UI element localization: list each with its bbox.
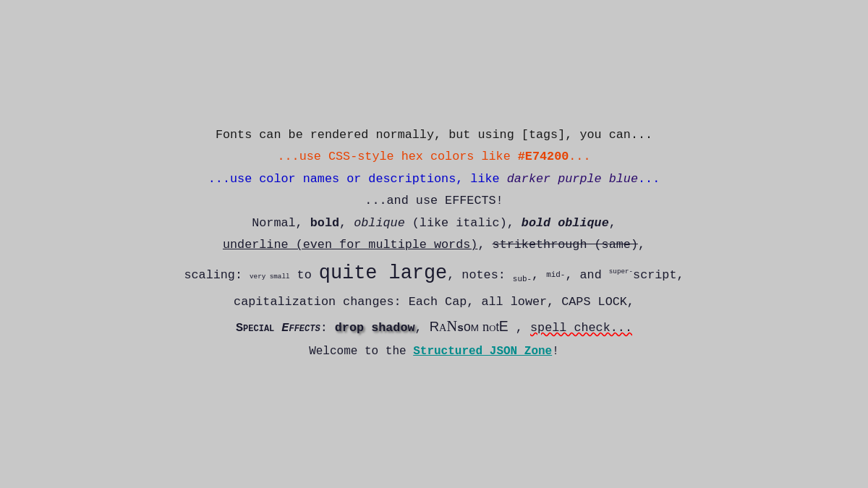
line-8: capitalization changes: Each Cap, all lo… — [184, 292, 684, 313]
line8-text: capitalization changes: Each Cap, all lo… — [234, 295, 634, 309]
line9-spell: spell check... — [530, 321, 632, 335]
line5-bold-oblique: bold oblique — [522, 216, 609, 230]
line6-strike: strikethrough (same) — [493, 238, 638, 252]
line-2: ...use CSS-style hex colors like #E74200… — [184, 147, 684, 168]
line-10: Welcome to the Structured JSON Zone! — [184, 342, 684, 361]
line10-link: Structured JSON Zone — [413, 345, 552, 358]
line7-comma2: , and — [565, 268, 608, 282]
line3-prefix: ...use color names — [208, 172, 346, 186]
main-content: Fonts can be rendered normally, but usin… — [184, 125, 684, 364]
line2-hex: #E74200 — [518, 150, 569, 163]
line7-vsmall: very small — [250, 273, 289, 281]
line5-comma2: , — [609, 216, 616, 230]
line4-text: ...and use EFFECTS! — [365, 194, 503, 207]
line7-notes: , notes: — [447, 268, 513, 282]
line5-bold: bold — [310, 216, 339, 230]
line7-mid: mid- — [546, 270, 565, 279]
line7-quite-large: quite large — [319, 262, 447, 284]
line-9: Special Effects: drop shadow, RaNsoM nOt… — [184, 314, 684, 339]
line7-super: super- — [609, 267, 633, 275]
line7-scaling: scaling: — [184, 268, 250, 282]
line9-comma: , — [415, 321, 430, 335]
line6-comma2: , — [638, 238, 645, 252]
line2-suffix: ... — [569, 150, 590, 163]
line5-like: (like italic), — [405, 216, 522, 230]
line10-welcome: Welcome to the — [309, 345, 413, 358]
line5-normal: Normal, — [252, 216, 310, 230]
line1-text: Fonts can be rendered normally, but usin… — [216, 128, 652, 142]
line9-ransom: RaNsoM nOtE — [430, 321, 516, 335]
line7-sub: sub- — [513, 275, 532, 283]
line5-oblique: oblique — [354, 216, 405, 230]
line3-middle: descriptions, like — [361, 172, 506, 186]
line3-styled: darker purple blue — [507, 172, 638, 186]
line9-comma2: , — [516, 321, 530, 335]
line7-to: to — [290, 268, 319, 282]
line9-effects: Effects — [281, 321, 320, 335]
line9-dropshadow: drop shadow — [335, 321, 415, 335]
line2-prefix: ...use CSS-style hex colors like — [277, 150, 517, 163]
line-5: Normal, bold, oblique (like italic), bol… — [184, 213, 684, 234]
line-4: ...and use EFFECTS! — [184, 191, 684, 212]
line-1: Fonts can be rendered normally, but usin… — [184, 125, 684, 146]
line7-comma: , — [532, 268, 546, 282]
line10-bang: ! — [552, 345, 559, 358]
line5-comma: , — [339, 216, 354, 230]
line9-special: Special — [236, 321, 274, 335]
line6-underline: underline (even for multiple words) — [223, 238, 477, 252]
line7-script: script, — [633, 268, 684, 282]
line9-colon: : — [320, 321, 335, 335]
line-6: underline (even for multiple words), str… — [184, 235, 684, 256]
line-3: ...use color names or descriptions, like… — [184, 169, 684, 190]
line-7: scaling: very small to quite large, note… — [184, 257, 684, 291]
line3-or: or — [346, 172, 361, 186]
line6-comma: , — [477, 238, 492, 252]
line3-suffix: ... — [638, 172, 660, 186]
